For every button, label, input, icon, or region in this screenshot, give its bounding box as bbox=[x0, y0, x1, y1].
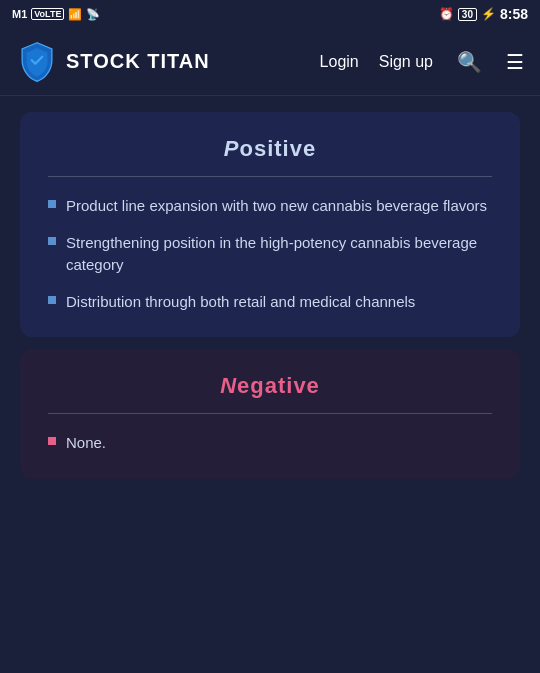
negative-card: Negative None. bbox=[20, 349, 520, 479]
navbar: STOCK TITAN Login Sign up 🔍 ☰ bbox=[0, 28, 540, 96]
status-left: M1 VoLTE 📶 📡 bbox=[12, 8, 100, 21]
time-display: 8:58 bbox=[500, 6, 528, 22]
nav-links: Login Sign up 🔍 ☰ bbox=[320, 50, 524, 74]
positive-item-3: Distribution through both retail and med… bbox=[66, 291, 415, 314]
positive-item-1: Product line expansion with two new cann… bbox=[66, 195, 487, 218]
bullet-icon bbox=[48, 237, 56, 245]
bullet-icon bbox=[48, 200, 56, 208]
alarm-icon: ⏰ bbox=[439, 7, 454, 21]
signup-link[interactable]: Sign up bbox=[379, 53, 433, 71]
list-item: Distribution through both retail and med… bbox=[48, 291, 492, 314]
positive-title: Positive bbox=[48, 136, 492, 162]
bullet-icon bbox=[48, 437, 56, 445]
logo-text: STOCK TITAN bbox=[66, 50, 210, 73]
signal-icon: 📶 bbox=[68, 8, 82, 21]
negative-list: None. bbox=[48, 432, 492, 455]
search-icon[interactable]: 🔍 bbox=[457, 50, 482, 74]
positive-card: Positive Product line expansion with two… bbox=[20, 112, 520, 337]
negative-divider bbox=[48, 413, 492, 414]
negative-title: Negative bbox=[48, 373, 492, 399]
menu-icon[interactable]: ☰ bbox=[506, 50, 524, 74]
battery-bolt: ⚡ bbox=[481, 7, 496, 21]
list-item: Strengthening position in the high-poten… bbox=[48, 232, 492, 277]
positive-item-2: Strengthening position in the high-poten… bbox=[66, 232, 492, 277]
list-item: None. bbox=[48, 432, 492, 455]
volte-badge: VoLTE bbox=[31, 8, 64, 20]
main-content: Positive Product line expansion with two… bbox=[0, 96, 540, 495]
negative-item-1: None. bbox=[66, 432, 106, 455]
status-right: ⏰ 30 ⚡ 8:58 bbox=[439, 6, 528, 22]
positive-list: Product line expansion with two new cann… bbox=[48, 195, 492, 313]
carrier-text: M1 bbox=[12, 8, 27, 20]
list-item: Product line expansion with two new cann… bbox=[48, 195, 492, 218]
logo-area: STOCK TITAN bbox=[16, 41, 320, 83]
positive-divider bbox=[48, 176, 492, 177]
status-bar: M1 VoLTE 📶 📡 ⏰ 30 ⚡ 8:58 bbox=[0, 0, 540, 28]
battery-level: 30 bbox=[458, 8, 477, 21]
login-link[interactable]: Login bbox=[320, 53, 359, 71]
wifi-icon: 📡 bbox=[86, 8, 100, 21]
bullet-icon bbox=[48, 296, 56, 304]
logo-icon bbox=[16, 41, 58, 83]
